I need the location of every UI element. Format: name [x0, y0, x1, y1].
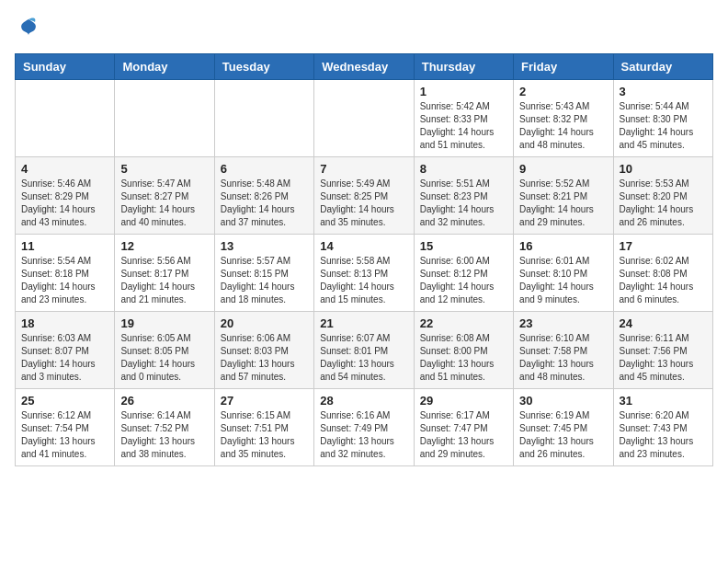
- calendar-cell: 31Sunrise: 6:20 AM Sunset: 7:43 PM Dayli…: [613, 389, 712, 466]
- cell-content: Sunrise: 6:00 AM Sunset: 8:12 PM Dayligh…: [420, 255, 507, 306]
- calendar-cell: 17Sunrise: 6:02 AM Sunset: 8:08 PM Dayli…: [613, 235, 712, 312]
- day-number: 25: [21, 394, 108, 408]
- cell-content: Sunrise: 6:02 AM Sunset: 8:08 PM Dayligh…: [620, 255, 707, 306]
- day-number: 13: [221, 239, 308, 253]
- cell-content: Sunrise: 5:47 AM Sunset: 8:27 PM Dayligh…: [120, 178, 208, 229]
- calendar-cell: 4Sunrise: 5:46 AM Sunset: 8:29 PM Daylig…: [16, 157, 115, 235]
- day-number: 14: [320, 239, 407, 253]
- cell-content: Sunrise: 6:10 AM Sunset: 7:58 PM Dayligh…: [519, 332, 607, 384]
- day-number: 23: [519, 316, 607, 330]
- cell-content: Sunrise: 5:53 AM Sunset: 8:20 PM Dayligh…: [620, 178, 707, 229]
- day-number: 27: [221, 394, 308, 408]
- day-number: 22: [420, 316, 507, 330]
- cell-content: Sunrise: 6:15 AM Sunset: 7:51 PM Dayligh…: [221, 409, 308, 461]
- calendar-cell: 29Sunrise: 6:17 AM Sunset: 7:47 PM Dayli…: [414, 389, 513, 466]
- calendar-cell: 21Sunrise: 6:07 AM Sunset: 8:01 PM Dayli…: [314, 312, 414, 389]
- calendar-cell: [16, 80, 115, 157]
- calendar-cell: 15Sunrise: 6:00 AM Sunset: 8:12 PM Dayli…: [414, 235, 513, 312]
- calendar-cell: 7Sunrise: 5:49 AM Sunset: 8:25 PM Daylig…: [314, 157, 414, 235]
- day-number: 10: [620, 162, 707, 176]
- day-number: 19: [120, 316, 208, 330]
- day-header-wednesday: Wednesday: [314, 54, 414, 80]
- cell-content: Sunrise: 5:44 AM Sunset: 8:30 PM Dayligh…: [620, 100, 707, 152]
- cell-content: Sunrise: 6:01 AM Sunset: 8:10 PM Dayligh…: [519, 255, 607, 306]
- day-header-thursday: Thursday: [414, 54, 513, 80]
- cell-content: Sunrise: 6:20 AM Sunset: 7:43 PM Dayligh…: [620, 409, 707, 461]
- calendar-cell: 11Sunrise: 5:54 AM Sunset: 8:18 PM Dayli…: [16, 235, 115, 312]
- day-number: 5: [120, 162, 208, 176]
- week-row-4: 18Sunrise: 6:03 AM Sunset: 8:07 PM Dayli…: [16, 312, 713, 389]
- day-number: 26: [120, 394, 208, 408]
- calendar-cell: 14Sunrise: 5:58 AM Sunset: 8:13 PM Dayli…: [314, 235, 414, 312]
- calendar-cell: 2Sunrise: 5:43 AM Sunset: 8:32 PM Daylig…: [514, 80, 613, 157]
- calendar-cell: 27Sunrise: 6:15 AM Sunset: 7:51 PM Dayli…: [214, 389, 313, 466]
- cell-content: Sunrise: 6:17 AM Sunset: 7:47 PM Dayligh…: [420, 409, 507, 461]
- calendar-cell: [115, 80, 214, 157]
- day-number: 2: [519, 85, 607, 98]
- cell-content: Sunrise: 6:14 AM Sunset: 7:52 PM Dayligh…: [120, 409, 208, 461]
- calendar-cell: 6Sunrise: 5:48 AM Sunset: 8:26 PM Daylig…: [214, 157, 313, 235]
- cell-content: Sunrise: 6:05 AM Sunset: 8:05 PM Dayligh…: [120, 332, 208, 384]
- cell-content: Sunrise: 5:43 AM Sunset: 8:32 PM Dayligh…: [519, 100, 607, 152]
- day-number: 9: [519, 162, 607, 176]
- day-number: 12: [120, 239, 208, 253]
- cell-content: Sunrise: 6:11 AM Sunset: 7:56 PM Dayligh…: [620, 332, 707, 384]
- cell-content: Sunrise: 6:08 AM Sunset: 8:00 PM Dayligh…: [420, 332, 507, 384]
- day-number: 20: [221, 316, 308, 330]
- week-row-5: 25Sunrise: 6:12 AM Sunset: 7:54 PM Dayli…: [16, 389, 713, 466]
- cell-content: Sunrise: 5:54 AM Sunset: 8:18 PM Dayligh…: [21, 255, 108, 306]
- page-header: [15, 15, 713, 42]
- calendar-cell: 19Sunrise: 6:05 AM Sunset: 8:05 PM Dayli…: [115, 312, 214, 389]
- day-number: 4: [21, 162, 108, 176]
- cell-content: Sunrise: 5:42 AM Sunset: 8:33 PM Dayligh…: [420, 100, 507, 152]
- cell-content: Sunrise: 5:46 AM Sunset: 8:29 PM Dayligh…: [21, 178, 108, 229]
- calendar-cell: 20Sunrise: 6:06 AM Sunset: 8:03 PM Dayli…: [214, 312, 313, 389]
- cell-content: Sunrise: 5:49 AM Sunset: 8:25 PM Dayligh…: [320, 178, 407, 229]
- day-header-saturday: Saturday: [613, 54, 712, 80]
- day-number: 7: [320, 162, 407, 176]
- day-number: 11: [21, 239, 108, 253]
- calendar-cell: [214, 80, 313, 157]
- calendar-cell: 8Sunrise: 5:51 AM Sunset: 8:23 PM Daylig…: [414, 157, 513, 235]
- calendar-cell: 22Sunrise: 6:08 AM Sunset: 8:00 PM Dayli…: [414, 312, 513, 389]
- cell-content: Sunrise: 5:48 AM Sunset: 8:26 PM Dayligh…: [221, 178, 308, 229]
- day-number: 16: [519, 239, 607, 253]
- day-number: 24: [620, 316, 707, 330]
- day-number: 6: [221, 162, 308, 176]
- cell-content: Sunrise: 6:12 AM Sunset: 7:54 PM Dayligh…: [21, 409, 108, 461]
- cell-content: Sunrise: 6:19 AM Sunset: 7:45 PM Dayligh…: [519, 409, 607, 461]
- day-number: 1: [420, 85, 507, 98]
- calendar-cell: 24Sunrise: 6:11 AM Sunset: 7:56 PM Dayli…: [613, 312, 712, 389]
- cell-content: Sunrise: 5:58 AM Sunset: 8:13 PM Dayligh…: [320, 255, 407, 306]
- day-number: 21: [320, 316, 407, 330]
- calendar-cell: 23Sunrise: 6:10 AM Sunset: 7:58 PM Dayli…: [514, 312, 613, 389]
- calendar-cell: 13Sunrise: 5:57 AM Sunset: 8:15 PM Dayli…: [214, 235, 313, 312]
- day-number: 17: [620, 239, 707, 253]
- calendar-header-row: SundayMondayTuesdayWednesdayThursdayFrid…: [16, 54, 713, 80]
- week-row-2: 4Sunrise: 5:46 AM Sunset: 8:29 PM Daylig…: [16, 157, 713, 235]
- calendar-cell: 9Sunrise: 5:52 AM Sunset: 8:21 PM Daylig…: [514, 157, 613, 235]
- calendar-cell: 1Sunrise: 5:42 AM Sunset: 8:33 PM Daylig…: [414, 80, 513, 157]
- day-number: 29: [420, 394, 507, 408]
- day-number: 31: [620, 394, 707, 408]
- calendar-cell: 26Sunrise: 6:14 AM Sunset: 7:52 PM Dayli…: [115, 389, 214, 466]
- cell-content: Sunrise: 6:03 AM Sunset: 8:07 PM Dayligh…: [21, 332, 108, 384]
- calendar-cell: 3Sunrise: 5:44 AM Sunset: 8:30 PM Daylig…: [613, 80, 712, 157]
- day-header-monday: Monday: [115, 54, 214, 80]
- calendar-cell: 28Sunrise: 6:16 AM Sunset: 7:49 PM Dayli…: [314, 389, 414, 466]
- cell-content: Sunrise: 5:51 AM Sunset: 8:23 PM Dayligh…: [420, 178, 507, 229]
- calendar-cell: 16Sunrise: 6:01 AM Sunset: 8:10 PM Dayli…: [514, 235, 613, 312]
- cell-content: Sunrise: 5:56 AM Sunset: 8:17 PM Dayligh…: [120, 255, 208, 306]
- week-row-1: 1Sunrise: 5:42 AM Sunset: 8:33 PM Daylig…: [16, 80, 713, 157]
- calendar-cell: 18Sunrise: 6:03 AM Sunset: 8:07 PM Dayli…: [16, 312, 115, 389]
- cell-content: Sunrise: 5:57 AM Sunset: 8:15 PM Dayligh…: [221, 255, 308, 306]
- day-number: 28: [320, 394, 407, 408]
- calendar-cell: 10Sunrise: 5:53 AM Sunset: 8:20 PM Dayli…: [613, 157, 712, 235]
- logo: [15, 15, 46, 42]
- day-number: 3: [620, 85, 707, 98]
- calendar-cell: 5Sunrise: 5:47 AM Sunset: 8:27 PM Daylig…: [115, 157, 214, 235]
- calendar-cell: 30Sunrise: 6:19 AM Sunset: 7:45 PM Dayli…: [514, 389, 613, 466]
- day-header-tuesday: Tuesday: [214, 54, 313, 80]
- week-row-3: 11Sunrise: 5:54 AM Sunset: 8:18 PM Dayli…: [16, 235, 713, 312]
- calendar-cell: 12Sunrise: 5:56 AM Sunset: 8:17 PM Dayli…: [115, 235, 214, 312]
